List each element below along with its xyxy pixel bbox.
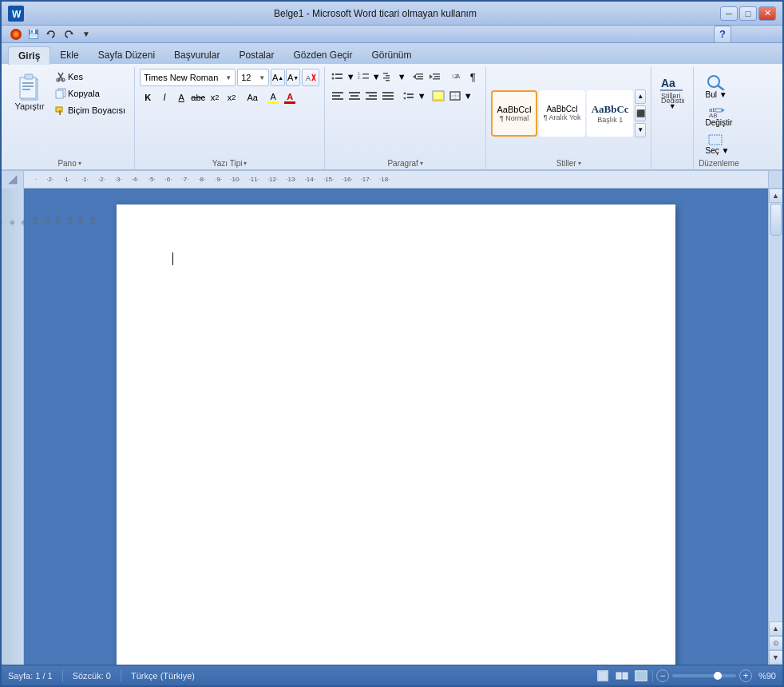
clipboard-small-buttons: Kes Kopyala Biçim Bo	[51, 69, 129, 118]
ribbon: Yapıştır Kes	[2, 64, 782, 171]
multilevel-button[interactable]	[381, 69, 397, 85]
redo-button[interactable]	[61, 27, 77, 42]
justify-button[interactable]	[380, 88, 396, 104]
view-full-reading[interactable]	[614, 669, 630, 683]
style-more-button[interactable]: ⬛	[635, 105, 646, 121]
scroll-thumb[interactable]	[770, 204, 782, 236]
style-no-spacing[interactable]: AaBbCcI ¶ Aralık Yok	[539, 90, 585, 137]
help-button[interactable]: ?	[714, 26, 731, 43]
svg-rect-52	[332, 95, 340, 97]
tab-postalar[interactable]: Postalar	[229, 46, 283, 64]
zoom-thumb[interactable]	[714, 672, 722, 680]
style-scroll-up[interactable]: ▲	[635, 89, 646, 104]
style-heading1[interactable]: AaBbCc Başlık 1	[587, 90, 633, 137]
styles-expand-icon[interactable]: ▾	[578, 160, 581, 167]
pano-expand-icon[interactable]: ▾	[78, 160, 81, 167]
svg-rect-17	[22, 89, 30, 90]
scroll-prev-page[interactable]: ▲	[769, 621, 783, 636]
scroll-select-browse[interactable]: ⊙	[769, 636, 783, 650]
borders-button[interactable]	[447, 88, 463, 104]
document-page[interactable]	[117, 205, 675, 665]
zoom-in-button[interactable]: +	[739, 669, 752, 682]
sort-button[interactable]: ↕Z A	[448, 69, 464, 85]
quickaccess-dropdown[interactable]: ▼	[78, 27, 94, 42]
find-button[interactable]: Bul ▼	[701, 72, 731, 101]
numbering-button[interactable]: 1. 2.	[355, 69, 371, 85]
view-print-layout[interactable]	[595, 669, 611, 683]
font-size-selector[interactable]: 12 ▼	[237, 69, 269, 86]
svg-rect-25	[59, 110, 61, 115]
increase-font-size-button[interactable]: A▲	[271, 69, 285, 86]
copy-button[interactable]: Kopyala	[51, 85, 129, 101]
change-case-button[interactable]: Aa	[244, 89, 260, 105]
align-right-button[interactable]	[363, 88, 379, 104]
tab-basvurular[interactable]: Başvurular	[164, 46, 229, 64]
font-color-button[interactable]: A	[282, 89, 298, 105]
increase-indent-button[interactable]	[427, 69, 443, 85]
decrease-indent-button[interactable]	[410, 69, 426, 85]
svg-rect-56	[349, 98, 360, 100]
scroll-up-button[interactable]: ▲	[769, 189, 783, 203]
zoom-slider[interactable]	[672, 674, 736, 677]
minimize-button[interactable]: ─	[720, 6, 738, 21]
shading-button[interactable]	[430, 88, 446, 104]
office-button[interactable]	[8, 27, 24, 42]
svg-rect-15	[22, 82, 34, 84]
style-scroll-down[interactable]: ▼	[635, 123, 646, 137]
svg-rect-38	[386, 75, 390, 77]
page-info[interactable]: Sayfa: 1 / 1	[8, 671, 53, 681]
tab-giris[interactable]: Giriş	[8, 46, 50, 65]
font-expand-icon[interactable]: ▾	[244, 160, 247, 167]
svg-rect-34	[362, 73, 369, 75]
size-dropdown-icon: ▼	[259, 74, 265, 81]
svg-rect-46	[433, 73, 440, 75]
change-styles-button[interactable]: Aa Stilleri Değiştir ▼	[656, 72, 688, 113]
bold-button[interactable]: K	[140, 89, 156, 105]
replace-button[interactable]: ab AB Değiştir	[701, 103, 736, 129]
bullets-button[interactable]	[330, 69, 346, 85]
tab-gorunum[interactable]: Görünüm	[362, 46, 422, 64]
save-button[interactable]	[26, 27, 42, 42]
format-painter-label: Biçim Boyacısı	[68, 105, 125, 115]
tab-gozden-gecir[interactable]: Gözden Geçir	[283, 46, 362, 64]
show-marks-button[interactable]: ¶	[465, 69, 481, 85]
restore-button[interactable]: □	[739, 6, 757, 21]
undo-button[interactable]	[43, 27, 59, 42]
superscript-button[interactable]: x2	[224, 89, 240, 105]
scroll-next-page[interactable]: ▼	[769, 650, 783, 665]
select-button[interactable]: Seç ▼	[701, 131, 733, 157]
decrease-font-size-button[interactable]: A▼	[286, 69, 300, 86]
tab-sayfa-duzeni[interactable]: Sayfa Düzeni	[89, 46, 164, 64]
cut-button[interactable]: Kes	[51, 69, 129, 85]
close-button[interactable]: ✕	[758, 6, 776, 21]
word-count[interactable]: Sözcük: 0	[73, 671, 111, 681]
highlight-color-button[interactable]: A	[265, 89, 281, 105]
bullets-dropdown[interactable]: ▼	[346, 69, 354, 85]
zoom-out-button[interactable]: −	[656, 669, 669, 682]
multilevel-dropdown[interactable]: ▼	[398, 69, 406, 85]
paragraph-expand-icon[interactable]: ▾	[420, 160, 423, 167]
align-center-button[interactable]	[346, 88, 362, 104]
clear-format-button[interactable]: A	[302, 69, 319, 86]
status-separator-2	[121, 669, 121, 682]
subscript-button[interactable]: x2	[207, 89, 223, 105]
tab-ekle[interactable]: Ekle	[50, 46, 88, 64]
font-name-selector[interactable]: Times New Roman ▼	[140, 69, 236, 86]
format-painter-button[interactable]: Biçim Boyacısı	[51, 102, 129, 118]
main-editing-area: ·1· ·2· ·3· ·4· ·5· ·6· ·7· ·8· ·9· ·10·…	[2, 189, 782, 665]
style-normal[interactable]: AaBbCcI ¶ Normal	[491, 90, 537, 137]
document-canvas[interactable]	[24, 189, 768, 665]
language-indicator[interactable]: Türkçe (Türkiye)	[131, 671, 195, 681]
paste-button[interactable]: Yapıştır	[10, 69, 49, 115]
view-web-layout[interactable]	[633, 669, 649, 683]
underline-button[interactable]: A	[173, 89, 189, 105]
ruler-corner-button[interactable]	[2, 171, 24, 189]
numbering-dropdown[interactable]: ▼	[372, 69, 380, 85]
italic-button[interactable]: İ	[156, 89, 172, 105]
line-spacing-dropdown[interactable]: ▼	[418, 88, 426, 104]
borders-dropdown[interactable]: ▼	[464, 88, 472, 104]
align-left-button[interactable]	[330, 88, 346, 104]
strikethrough-button[interactable]: abc	[190, 89, 206, 105]
line-spacing-button[interactable]	[401, 88, 417, 104]
svg-rect-55	[350, 95, 358, 97]
